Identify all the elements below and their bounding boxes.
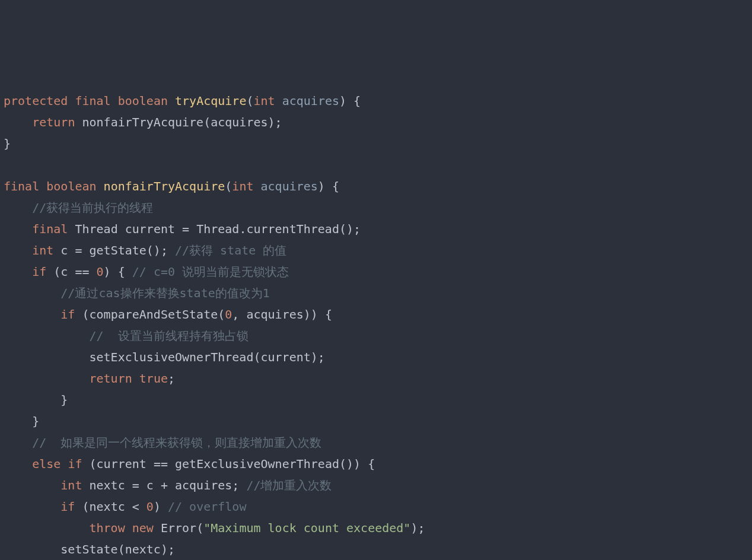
call-nonfairtryacquire: nonfairTryAcquire(acquires); xyxy=(75,115,282,129)
indent xyxy=(4,201,32,215)
indent xyxy=(4,457,32,471)
expr: ) { xyxy=(104,265,132,279)
kw-boolean: boolean xyxy=(118,94,168,108)
kw-throw: throw xyxy=(90,521,125,535)
code-block: protected final boolean tryAcquire(int a… xyxy=(0,85,752,560)
space xyxy=(60,457,68,471)
expr: (nextc < xyxy=(75,499,146,514)
comment-line: //增加重入次数 xyxy=(246,478,332,492)
kw-protected: protected xyxy=(4,94,68,108)
expr: (compareAndSetState( xyxy=(75,307,225,322)
call-error: Error( xyxy=(154,521,203,535)
expr: , acquires)) { xyxy=(232,307,332,322)
call-setstate: setState(nextc); xyxy=(60,542,175,556)
fn-nonfairtryacquire: nonfairTryAcquire xyxy=(104,179,225,193)
kw-int: int xyxy=(60,478,82,492)
number-zero: 0 xyxy=(97,265,104,279)
indent xyxy=(4,350,90,364)
kw-if: if xyxy=(68,457,82,471)
paren-open: ( xyxy=(225,179,232,193)
kw-true: true xyxy=(139,371,168,386)
kw-int: int xyxy=(32,243,53,257)
string-literal: "Maximum lock count exceeded" xyxy=(203,521,410,535)
indent xyxy=(4,115,32,129)
kw-return: return xyxy=(90,371,132,386)
comment-line: //获得 state 的值 xyxy=(175,243,286,257)
expr: ) xyxy=(154,499,168,514)
indent xyxy=(4,329,90,343)
indent xyxy=(4,222,32,236)
number-zero: 0 xyxy=(146,499,154,514)
comment-line: // c=0 说明当前是无锁状态 xyxy=(132,265,289,279)
expr: (current == getExclusiveOwnerThread()) { xyxy=(82,457,375,471)
indent xyxy=(4,243,32,257)
paren-close-brace: ) { xyxy=(339,94,361,108)
comment-line: // 如果是同一个线程来获得锁，则直接增加重入次数 xyxy=(32,435,321,450)
brace-close: } xyxy=(32,414,39,428)
comment-line: //获得当前执行的线程 xyxy=(32,201,153,215)
decl-nextc: nextc = c + acquires; xyxy=(82,478,246,492)
indent xyxy=(4,414,32,428)
number-zero: 0 xyxy=(225,307,232,322)
call-setexclusiveownerthread: setExclusiveOwnerThread(current); xyxy=(90,350,325,364)
comment-line: // 设置当前线程持有独占锁 xyxy=(90,329,248,343)
indent xyxy=(4,371,90,386)
indent xyxy=(4,521,90,535)
indent xyxy=(4,307,60,322)
brace-close: } xyxy=(60,393,68,407)
kw-final: final xyxy=(4,179,39,193)
indent xyxy=(4,265,32,279)
paren-close-brace: ) { xyxy=(318,179,339,193)
space xyxy=(125,521,132,535)
param-acquires: acquires xyxy=(282,94,339,108)
kw-int: int xyxy=(254,94,275,108)
indent xyxy=(4,435,32,450)
indent xyxy=(4,393,60,407)
kw-boolean: boolean xyxy=(46,179,96,193)
decl-c-getstate: c = getState(); xyxy=(53,243,175,257)
decl-thread-current: Thread current = Thread.currentThread(); xyxy=(68,222,361,236)
fn-tryacquire: tryAcquire xyxy=(175,94,246,108)
expr: (c == xyxy=(46,265,96,279)
indent xyxy=(4,478,60,492)
kw-if: if xyxy=(32,265,46,279)
paren-open: ( xyxy=(246,94,253,108)
kw-return: return xyxy=(32,115,75,129)
kw-new: new xyxy=(132,521,154,535)
indent xyxy=(4,286,60,300)
kw-if: if xyxy=(60,499,75,514)
semicolon: ; xyxy=(168,371,175,386)
indent xyxy=(4,499,60,514)
param-acquires: acquires xyxy=(261,179,318,193)
comment-line: //通过cas操作来替换state的值改为1 xyxy=(60,286,269,300)
comment-line: // overflow xyxy=(168,499,246,514)
kw-if: if xyxy=(60,307,75,322)
space xyxy=(132,371,139,386)
kw-final: final xyxy=(75,94,110,108)
brace-close: } xyxy=(4,136,11,151)
indent xyxy=(4,542,60,556)
kw-else: else xyxy=(32,457,60,471)
kw-final: final xyxy=(32,222,68,236)
kw-int: int xyxy=(232,179,253,193)
paren-close-semi: ); xyxy=(410,521,425,535)
